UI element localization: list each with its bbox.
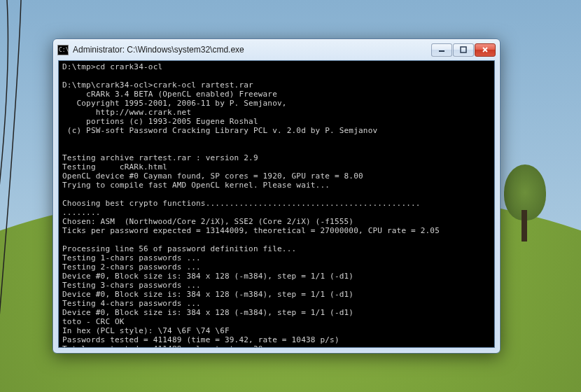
svg-rect-0 (439, 50, 444, 52)
terminal-output[interactable]: D:\tmp>cd crark34-ocl D:\tmp\crark34-ocl… (58, 60, 495, 348)
power-lines (0, 0, 49, 392)
cmd-window: C:\ Administrator: C:\Windows\system32\c… (52, 38, 500, 354)
maximize-icon (460, 46, 467, 53)
close-icon (482, 46, 489, 53)
tree (500, 164, 550, 241)
minimize-button[interactable] (431, 43, 452, 57)
window-title: Administrator: C:\Windows\system32\cmd.e… (73, 45, 431, 55)
window-controls (431, 43, 496, 57)
maximize-button[interactable] (453, 43, 474, 57)
minimize-icon (438, 46, 445, 53)
close-button[interactable] (475, 43, 496, 57)
titlebar[interactable]: C:\ Administrator: C:\Windows\system32\c… (53, 39, 500, 60)
svg-rect-1 (461, 47, 466, 52)
cmd-icon: C:\ (57, 45, 69, 55)
